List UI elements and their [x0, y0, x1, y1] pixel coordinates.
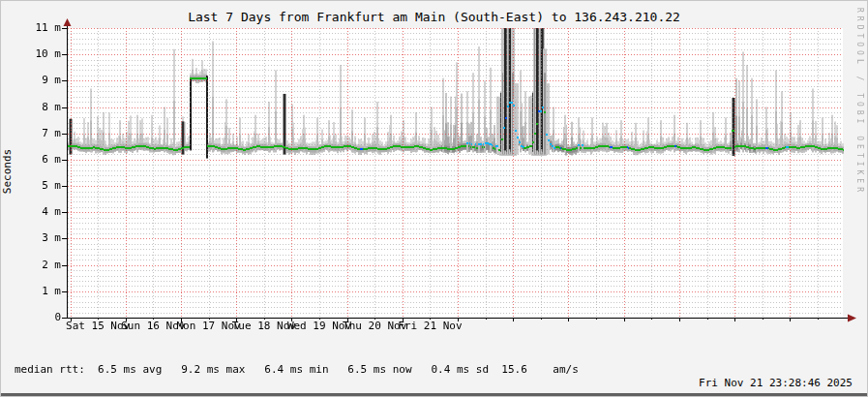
- y-tick-label: 10 m: [11, 48, 61, 60]
- y-tick-label: 6 m: [11, 154, 61, 166]
- y-tick-label: 5 m: [11, 180, 61, 192]
- y-tick-label: 7 m: [11, 128, 61, 139]
- smokeping-graph-window: Last 7 Days from Frankfurt am Main (Sout…: [0, 0, 868, 397]
- y-tick-label: 3 m: [11, 232, 61, 244]
- rrdtool-watermark: RRDTOOL / TOBI OETIKER: [855, 8, 864, 196]
- generated-timestamp: Fri Nov 21 23:28:46 2025: [699, 377, 853, 389]
- y-tick-label: 4 m: [11, 206, 61, 218]
- y-tick-label: 9 m: [11, 75, 61, 86]
- median-rtt-row: median rtt: 6.5 ms avg 9.2 ms max 6.4 ms…: [15, 363, 579, 376]
- y-tick-label: 1 m: [11, 286, 61, 297]
- window-bottom-edge: [1, 393, 867, 396]
- legend: median rtt: 6.5 ms avg 9.2 ms max 6.4 ms…: [15, 337, 579, 397]
- latency-plot-canvas: [56, 16, 859, 326]
- y-axis-title: Seconds: [1, 98, 15, 245]
- y-tick-label: 11 m: [11, 22, 61, 34]
- y-tick-label: 8 m: [11, 102, 61, 113]
- x-tick-label: Fri 21 Nov: [376, 321, 483, 332]
- y-tick-label: 2 m: [11, 260, 61, 271]
